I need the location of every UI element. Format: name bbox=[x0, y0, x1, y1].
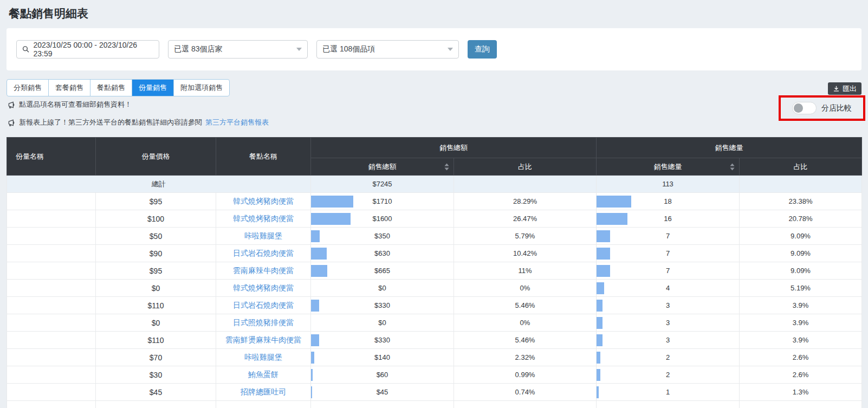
qty-bar bbox=[597, 386, 599, 398]
branch-compare-toggle[interactable] bbox=[792, 102, 817, 114]
meal-name-link[interactable]: 韓式燒烤豬肉便當 bbox=[233, 283, 294, 292]
meal-name-link[interactable]: 日式岩石燒肉便當 bbox=[233, 249, 294, 257]
portion-price-cell: $95 bbox=[96, 193, 216, 210]
portion-price-cell: $0 bbox=[96, 280, 216, 297]
portion-price-cell: $110 bbox=[96, 297, 216, 314]
amount-share-cell: 0.74% bbox=[454, 384, 597, 401]
col-header-sales-qty: 銷售總量 bbox=[597, 158, 740, 176]
meal-name-link[interactable]: 日式岩石燒肉便當 bbox=[233, 301, 294, 309]
sales-amount-cell: $630 bbox=[311, 245, 454, 262]
notice-new-report: 新報表上線了！第三方外送平台的餐點銷售詳細內容請參閱第三方平台銷售報表 bbox=[8, 117, 604, 128]
sales-qty-cell: 16 bbox=[597, 210, 740, 228]
amount-share-cell: 10.42% bbox=[454, 245, 597, 262]
amount-bar bbox=[311, 352, 314, 364]
tab-addon-sales[interactable]: 附加選項銷售 bbox=[174, 80, 229, 96]
amount-bar bbox=[311, 369, 313, 381]
col-header-sales-amount: 銷售總額 bbox=[311, 158, 454, 176]
notice-text: 點選品項名稱可查看細部銷售資料！ bbox=[19, 100, 132, 109]
tab-combo-sales[interactable]: 套餐銷售 bbox=[49, 80, 90, 96]
item-select[interactable]: 已選 108個品項 bbox=[316, 40, 459, 59]
sales-qty-cell: 3 bbox=[597, 314, 740, 332]
qty-share-cell: 20.78% bbox=[740, 210, 862, 228]
sales-qty-cell: 4 bbox=[597, 280, 740, 297]
notices: 點選品項名稱可查看細部銷售資料！ 新報表上線了！第三方外送平台的餐點銷售詳細內容… bbox=[8, 99, 604, 135]
amount-share-cell: 26.47% bbox=[454, 210, 597, 228]
tab-meal-sales[interactable]: 餐點銷售 bbox=[90, 80, 132, 96]
table-row: $90日式岩石燒肉便當$63010.42%79.09% bbox=[7, 245, 862, 262]
qty-bar bbox=[597, 334, 603, 346]
portion-price-cell: $110 bbox=[96, 332, 216, 349]
sales-qty-cell: 18 bbox=[597, 193, 740, 210]
meal-name-link[interactable]: 鮪魚蛋餅 bbox=[248, 370, 278, 379]
table-row: $45招牌總匯吐司$450.74%11.3% bbox=[7, 384, 862, 401]
portion-price-cell: $50 bbox=[96, 228, 216, 245]
meal-name-link[interactable]: 韓式燒烤豬肉便當 bbox=[233, 214, 294, 223]
sales-qty-cell: 7 bbox=[597, 245, 740, 262]
report-tabs: 分類銷售套餐銷售餐點銷售份量銷售附加選項銷售 bbox=[7, 79, 230, 96]
query-button[interactable]: 查詢 bbox=[468, 40, 497, 59]
meal-name-link[interactable]: 雲南麻辣牛肉便當 bbox=[233, 266, 294, 275]
amount-bar bbox=[311, 300, 319, 312]
meal-name-link[interactable]: 咔啦雞腿堡 bbox=[244, 231, 282, 240]
megaphone-icon bbox=[8, 119, 16, 127]
amount-share-cell: 28.29% bbox=[454, 193, 597, 210]
table-row: $70咔啦雞腿堡$1402.32%22.6% bbox=[7, 349, 862, 366]
qty-bar bbox=[597, 317, 603, 329]
col-header-qty-share: 占比 bbox=[740, 158, 862, 176]
chevron-down-icon bbox=[296, 48, 302, 51]
meal-name-link[interactable]: 咔啦雞腿堡 bbox=[244, 353, 282, 361]
table-row: $95韓式燒烤豬肉便當$171028.29%1823.38% bbox=[7, 193, 862, 210]
portion-price-cell: $0 bbox=[96, 314, 216, 332]
qty-share-cell: 9.09% bbox=[740, 228, 862, 245]
qty-bar bbox=[597, 352, 600, 364]
qty-bar bbox=[597, 265, 610, 277]
table-row: $95雲南麻辣牛肉便當$66511%79.09% bbox=[7, 262, 862, 280]
third-party-report-link[interactable]: 第三方平台銷售報表 bbox=[205, 118, 269, 127]
meal-name-link[interactable]: 日式照燒豬排便當 bbox=[233, 318, 294, 327]
sales-amount-cell: $0 bbox=[311, 280, 454, 297]
notice-text: 新報表上線了！第三方外送平台的餐點銷售詳細內容請參閱 bbox=[19, 118, 202, 127]
megaphone-icon bbox=[8, 101, 16, 109]
table-body: 總計 $7245 113 $95韓式燒烤豬肉便當$171028.29%1823.… bbox=[7, 176, 862, 408]
sales-amount-cell: $330 bbox=[311, 332, 454, 349]
sort-icon[interactable] bbox=[730, 163, 735, 170]
tab-portion-sales[interactable]: 份量銷售 bbox=[132, 80, 174, 96]
meal-name-link[interactable]: 招牌總匯吐司 bbox=[241, 387, 286, 396]
date-range-input[interactable]: 2023/10/25 00:00 - 2023/10/26 23:59 bbox=[16, 40, 159, 59]
table-row: $0日式照燒豬排便當$00%33.9% bbox=[7, 314, 862, 332]
sales-qty-cell: 2 bbox=[597, 349, 740, 366]
portion-price-cell: $45 bbox=[96, 384, 216, 401]
sales-qty-cell: 3 bbox=[597, 297, 740, 314]
chevron-down-icon bbox=[448, 48, 453, 51]
sales-amount-cell: $60 bbox=[311, 366, 454, 384]
table-row bbox=[7, 401, 862, 408]
qty-share-cell: 2.6% bbox=[740, 349, 862, 366]
amount-share-cell: 5.46% bbox=[454, 297, 597, 314]
store-select[interactable]: 已選 83個店家 bbox=[168, 40, 308, 59]
qty-share-cell: 3.9% bbox=[740, 332, 862, 349]
qty-bar bbox=[597, 248, 610, 260]
col-header-portion-price: 份量價格 bbox=[96, 138, 216, 176]
store-select-value: 已選 83個店家 bbox=[174, 44, 222, 54]
date-range-value: 2023/10/25 00:00 - 2023/10/26 23:59 bbox=[33, 41, 153, 58]
qty-bar bbox=[597, 230, 610, 242]
amount-share-cell: 5.79% bbox=[454, 228, 597, 245]
sales-amount-cell: $140 bbox=[311, 349, 454, 366]
filter-panel: 2023/10/25 00:00 - 2023/10/26 23:59 已選 8… bbox=[7, 28, 861, 70]
amount-share-cell: 5.46% bbox=[454, 332, 597, 349]
meal-name-link[interactable]: 雲南鮮燙麻辣牛肉便當 bbox=[225, 335, 301, 344]
portion-price-cell: $70 bbox=[96, 349, 216, 366]
qty-share-cell: 2.6% bbox=[740, 366, 862, 384]
total-label: 總計 bbox=[7, 176, 311, 193]
tab-category-sales[interactable]: 分類銷售 bbox=[7, 80, 49, 96]
sort-icon[interactable] bbox=[444, 163, 449, 170]
amount-share-cell: 0.99% bbox=[454, 366, 597, 384]
export-button[interactable]: 匯出 bbox=[828, 82, 861, 95]
qty-bar bbox=[597, 196, 631, 208]
toggle-knob bbox=[794, 103, 803, 113]
sales-amount-cell: $45 bbox=[311, 384, 454, 401]
meal-name-link[interactable]: 韓式燒烤豬肉便當 bbox=[233, 197, 294, 205]
amount-share-cell: 0% bbox=[454, 280, 597, 297]
amount-bar bbox=[311, 248, 327, 260]
amount-bar bbox=[311, 230, 320, 242]
